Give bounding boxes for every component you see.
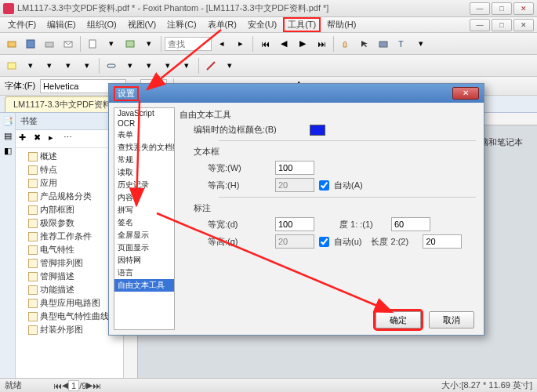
note-icon[interactable] bbox=[3, 57, 20, 74]
menu-edit[interactable]: 编辑(E) bbox=[42, 17, 81, 32]
mdi-restore-button[interactable]: □ bbox=[492, 19, 512, 31]
settings-category-item[interactable]: 常规 bbox=[114, 154, 174, 166]
first-page-icon[interactable]: ⏮ bbox=[256, 35, 274, 53]
bm-options-icon[interactable]: ⋯ bbox=[63, 132, 76, 145]
bookmark-item[interactable]: 推荐工作条件 bbox=[17, 230, 122, 243]
highlight-icon[interactable]: ▾ bbox=[22, 57, 39, 74]
document-tab[interactable]: LM1117-3.3中文PDF资料 bbox=[5, 96, 120, 112]
bookmark-label: 应用 bbox=[40, 177, 57, 189]
layers-panel-icon[interactable]: ◧ bbox=[4, 146, 12, 156]
bm-expand-icon[interactable]: ▸ bbox=[49, 132, 61, 145]
menu-file[interactable]: 文件(F) bbox=[3, 17, 41, 32]
settings-category-list[interactable]: JavaScriptOCR表单查找丢失的文档数常规读取历史记录内容拼写签名全屏显… bbox=[114, 107, 175, 330]
settings-category-item[interactable]: JavaScript bbox=[114, 108, 174, 118]
settings-category-item[interactable]: 签名 bbox=[114, 216, 174, 229]
sign-icon[interactable]: ▾ bbox=[221, 57, 238, 74]
callout-len2-input[interactable] bbox=[423, 234, 462, 249]
search-prev-icon[interactable]: ◂ bbox=[213, 35, 230, 53]
callout-width-input[interactable] bbox=[275, 217, 314, 231]
shape-icon[interactable]: ▾ bbox=[78, 57, 96, 74]
menu-comment[interactable]: 注释(C) bbox=[162, 17, 201, 32]
settings-category-item[interactable]: 历史记录 bbox=[114, 179, 174, 191]
attach-icon[interactable]: ▾ bbox=[122, 57, 139, 74]
form-tool-icon[interactable]: ▾ bbox=[178, 57, 195, 74]
close-button[interactable]: ✕ bbox=[513, 2, 534, 15]
new-doc-icon[interactable] bbox=[84, 35, 101, 53]
stamp-icon[interactable]: ▾ bbox=[41, 57, 58, 74]
from-file-icon[interactable]: ▾ bbox=[103, 35, 120, 53]
bookmark-item[interactable]: 特点 bbox=[17, 163, 122, 176]
settings-category-item[interactable]: 拼写 bbox=[114, 204, 174, 216]
ok-button[interactable]: 确定 bbox=[376, 311, 421, 328]
pages-panel-icon[interactable]: ▤ bbox=[4, 131, 12, 141]
draw-icon[interactable]: ▾ bbox=[60, 57, 77, 74]
search-input[interactable] bbox=[165, 37, 212, 51]
settings-category-item[interactable]: OCR bbox=[114, 118, 174, 129]
bookmark-item[interactable]: 典型应用电路图 bbox=[17, 296, 122, 310]
cancel-button[interactable]: 取消 bbox=[429, 311, 474, 328]
dialog-titlebar[interactable]: 设置 ✕ bbox=[109, 84, 484, 103]
merge-icon[interactable]: ▾ bbox=[140, 35, 158, 53]
callout-auto-checkbox[interactable] bbox=[319, 237, 329, 247]
snapshot-icon[interactable] bbox=[375, 35, 392, 53]
settings-category-item[interactable]: 读取 bbox=[114, 166, 174, 179]
menu-security[interactable]: 安全(U) bbox=[243, 17, 281, 32]
select-icon[interactable] bbox=[356, 35, 373, 53]
measure-icon[interactable] bbox=[202, 57, 220, 74]
bookmark-panel-icon[interactable]: 📑 bbox=[2, 116, 13, 126]
status-page-current[interactable]: 1 bbox=[68, 380, 79, 391]
bookmark-item[interactable]: 概述 bbox=[17, 150, 122, 163]
text-select-icon[interactable]: T bbox=[394, 35, 411, 53]
bookmark-item[interactable]: 内部框图 bbox=[17, 203, 122, 216]
callout-len1-input[interactable] bbox=[391, 217, 430, 231]
prev-page-icon[interactable]: ◀ bbox=[275, 35, 292, 53]
next-page-icon[interactable]: ▶ bbox=[294, 35, 311, 53]
print-icon[interactable] bbox=[41, 35, 58, 53]
image-icon[interactable]: ▾ bbox=[140, 57, 158, 74]
border-color-swatch[interactable] bbox=[310, 125, 325, 136]
bookmark-item[interactable]: 典型电气特性曲线 bbox=[17, 310, 122, 323]
menu-tools[interactable]: 工具(T) bbox=[283, 17, 321, 32]
settings-category-item[interactable]: 查找丢失的文档数 bbox=[114, 141, 174, 154]
settings-category-item[interactable]: 表单 bbox=[114, 129, 174, 141]
bookmark-item[interactable]: 应用 bbox=[17, 176, 122, 190]
menu-view[interactable]: 视图(V) bbox=[123, 17, 161, 32]
settings-category-item[interactable]: 自由文本工具 bbox=[114, 279, 174, 292]
settings-category-item[interactable]: 内容 bbox=[114, 191, 174, 204]
menu-help[interactable]: 帮助(H) bbox=[322, 17, 361, 32]
last-page-icon[interactable]: ⏭ bbox=[313, 35, 330, 53]
mdi-close-button[interactable]: ✕ bbox=[513, 19, 534, 31]
settings-category-item[interactable]: 因特网 bbox=[114, 254, 174, 267]
bookmark-icon bbox=[28, 179, 38, 188]
dialog-close-button[interactable]: ✕ bbox=[452, 87, 479, 100]
bookmark-item[interactable]: 电气特性 bbox=[17, 243, 122, 256]
hand-icon[interactable] bbox=[337, 35, 354, 53]
bookmark-item[interactable]: 封装外形图 bbox=[17, 323, 122, 336]
bookmark-item[interactable]: 管脚排列图 bbox=[17, 256, 122, 270]
bookmark-item[interactable]: 管脚描述 bbox=[17, 270, 122, 283]
mdi-minimize-button[interactable]: — bbox=[470, 19, 490, 31]
textbox-width-input[interactable] bbox=[275, 161, 314, 175]
settings-category-item[interactable]: 全屏显示 bbox=[114, 229, 174, 241]
settings-category-item[interactable]: 页面显示 bbox=[114, 241, 174, 254]
scan-icon[interactable] bbox=[122, 35, 139, 53]
bookmark-item[interactable]: 产品规格分类 bbox=[17, 190, 122, 203]
window-title: LM1117-3.3中文PDF资料.pdf * - Foxit Phantom … bbox=[17, 2, 470, 14]
bookmark-item[interactable]: 极限参数 bbox=[17, 216, 122, 230]
search-next-icon[interactable]: ▸ bbox=[232, 35, 249, 53]
annotate-icon[interactable]: ▾ bbox=[412, 35, 430, 53]
bm-delete-icon[interactable]: ✖ bbox=[34, 132, 46, 145]
save-icon[interactable] bbox=[22, 35, 39, 53]
menu-organize[interactable]: 组织(O) bbox=[82, 17, 122, 32]
settings-category-item[interactable]: 语言 bbox=[114, 267, 174, 279]
menu-form[interactable]: 表单(R) bbox=[203, 17, 241, 32]
textbox-auto-checkbox[interactable] bbox=[319, 180, 329, 191]
open-icon[interactable] bbox=[3, 35, 20, 53]
minimize-button[interactable]: — bbox=[470, 2, 490, 15]
media-icon[interactable]: ▾ bbox=[159, 57, 176, 74]
link-icon[interactable] bbox=[103, 57, 120, 74]
maximize-button[interactable]: □ bbox=[492, 2, 512, 15]
bm-new-icon[interactable]: ✚ bbox=[19, 132, 31, 145]
email-icon[interactable] bbox=[60, 35, 77, 53]
bookmark-item[interactable]: 功能描述 bbox=[17, 283, 122, 296]
